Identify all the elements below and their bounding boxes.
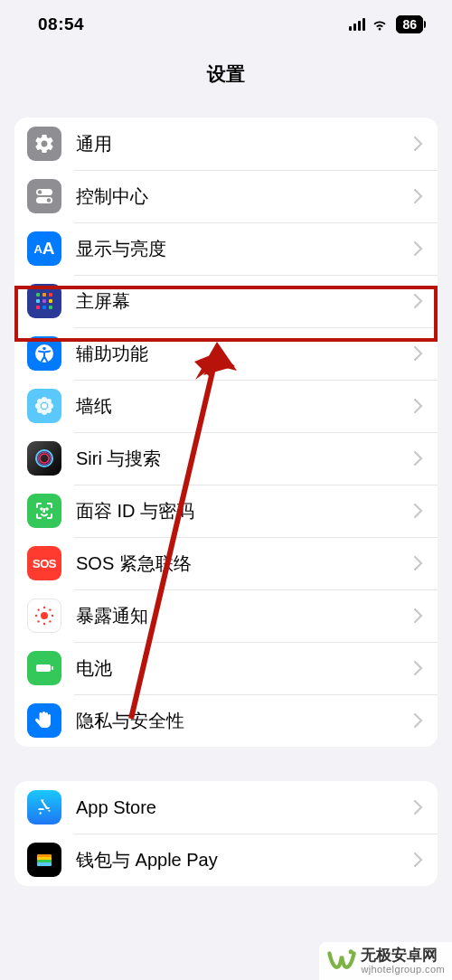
row-home-screen[interactable]: 主屏幕 — [14, 275, 438, 327]
app-grid-icon — [27, 284, 61, 318]
svg-point-22 — [37, 408, 42, 413]
chevron-right-icon — [414, 556, 423, 570]
svg-rect-6 — [49, 293, 52, 297]
svg-point-20 — [37, 399, 42, 404]
row-label: 主屏幕 — [76, 289, 414, 314]
text-size-icon: AA — [27, 231, 61, 266]
row-label: 面容 ID 与密码 — [76, 499, 414, 523]
hand-icon — [27, 703, 61, 738]
svg-point-31 — [43, 623, 45, 625]
svg-rect-4 — [36, 293, 40, 297]
svg-point-35 — [49, 608, 51, 610]
cellular-signal-icon — [349, 18, 366, 31]
row-label: Siri 与搜索 — [76, 447, 414, 471]
row-label: 钱包与 Apple Pay — [76, 848, 414, 872]
wifi-icon — [371, 18, 389, 31]
chevron-right-icon — [414, 137, 423, 151]
svg-point-23 — [46, 408, 52, 413]
svg-rect-9 — [49, 299, 52, 303]
faceid-icon — [27, 494, 61, 528]
row-label: 暴露通知 — [76, 604, 414, 628]
settings-group-2: App Store 钱包与 Apple Pay — [14, 781, 438, 886]
svg-point-14 — [42, 347, 46, 351]
svg-point-32 — [35, 615, 37, 617]
row-appstore[interactable]: App Store — [14, 781, 438, 834]
row-battery[interactable]: 电池 — [14, 642, 438, 694]
accessibility-icon — [27, 336, 61, 371]
row-label: 辅助功能 — [76, 342, 414, 366]
svg-point-24 — [36, 450, 52, 466]
svg-point-28 — [46, 508, 48, 510]
status-right: 86 — [349, 15, 423, 33]
appstore-icon — [27, 790, 61, 825]
page-title: 设置 — [0, 49, 452, 103]
watermark-logo-icon — [326, 946, 357, 976]
svg-point-30 — [43, 607, 45, 608]
chevron-right-icon — [414, 504, 423, 518]
svg-rect-10 — [36, 306, 40, 309]
row-wallet[interactable]: 钱包与 Apple Pay — [14, 834, 438, 886]
chevron-right-icon — [414, 608, 423, 623]
sos-icon: SOS — [27, 546, 61, 580]
chevron-right-icon — [414, 661, 423, 675]
row-control-center[interactable]: 控制中心 — [14, 170, 438, 222]
chevron-right-icon — [414, 399, 423, 413]
svg-rect-7 — [36, 299, 40, 303]
gear-icon — [27, 127, 61, 161]
battery-icon — [27, 651, 61, 685]
row-accessibility[interactable]: 辅助功能 — [14, 327, 438, 380]
status-time: 08:54 — [38, 14, 84, 34]
row-label: App Store — [76, 797, 414, 818]
chevron-right-icon — [414, 241, 423, 256]
row-label: SOS 紧急联络 — [76, 551, 414, 576]
svg-point-3 — [47, 198, 51, 202]
row-sos[interactable]: SOS SOS 紧急联络 — [14, 537, 438, 589]
svg-rect-12 — [49, 306, 52, 309]
svg-point-27 — [41, 508, 42, 510]
row-label: 电池 — [76, 656, 414, 681]
svg-rect-43 — [37, 862, 52, 866]
watermark-title: 无极安卓网 — [361, 947, 445, 965]
svg-point-33 — [52, 615, 53, 617]
status-bar: 08:54 86 — [0, 0, 452, 49]
chevron-right-icon — [414, 189, 423, 203]
battery-indicator: 86 — [396, 15, 423, 33]
svg-point-36 — [37, 620, 39, 622]
settings-group-1: 通用 控制中心 AA 显示与亮度 主屏幕 辅助功能 — [14, 118, 438, 747]
chevron-right-icon — [414, 853, 423, 867]
wallet-icon — [27, 843, 61, 877]
svg-point-21 — [46, 399, 52, 404]
exposure-icon — [27, 598, 61, 633]
svg-point-29 — [41, 612, 48, 619]
svg-point-1 — [38, 190, 42, 193]
toggles-icon — [27, 179, 61, 213]
chevron-right-icon — [414, 800, 423, 815]
siri-icon — [27, 441, 61, 476]
row-label: 通用 — [76, 132, 414, 156]
row-exposure[interactable]: 暴露通知 — [14, 589, 438, 642]
svg-rect-5 — [42, 293, 46, 297]
row-siri[interactable]: Siri 与搜索 — [14, 432, 438, 485]
watermark: 无极安卓网 wjhotelgroup.com — [319, 942, 452, 980]
row-privacy[interactable]: 隐私与安全性 — [14, 694, 438, 747]
row-wallpaper[interactable]: 墙纸 — [14, 380, 438, 432]
flower-icon — [27, 389, 61, 423]
watermark-subtitle: wjhotelgroup.com — [361, 964, 445, 975]
row-general[interactable]: 通用 — [14, 118, 438, 170]
svg-rect-39 — [52, 666, 53, 670]
chevron-right-icon — [414, 451, 423, 466]
svg-rect-8 — [42, 299, 46, 303]
chevron-right-icon — [414, 713, 423, 728]
svg-point-34 — [37, 608, 39, 610]
row-display[interactable]: AA 显示与亮度 — [14, 222, 438, 275]
chevron-right-icon — [414, 346, 423, 361]
svg-point-37 — [49, 620, 51, 622]
row-label: 显示与亮度 — [76, 237, 414, 261]
row-label: 墙纸 — [76, 394, 414, 419]
svg-rect-11 — [42, 306, 46, 309]
row-faceid[interactable]: 面容 ID 与密码 — [14, 485, 438, 537]
chevron-right-icon — [414, 294, 423, 308]
row-label: 控制中心 — [76, 184, 414, 209]
row-label: 隐私与安全性 — [76, 709, 414, 733]
svg-point-25 — [40, 454, 49, 463]
